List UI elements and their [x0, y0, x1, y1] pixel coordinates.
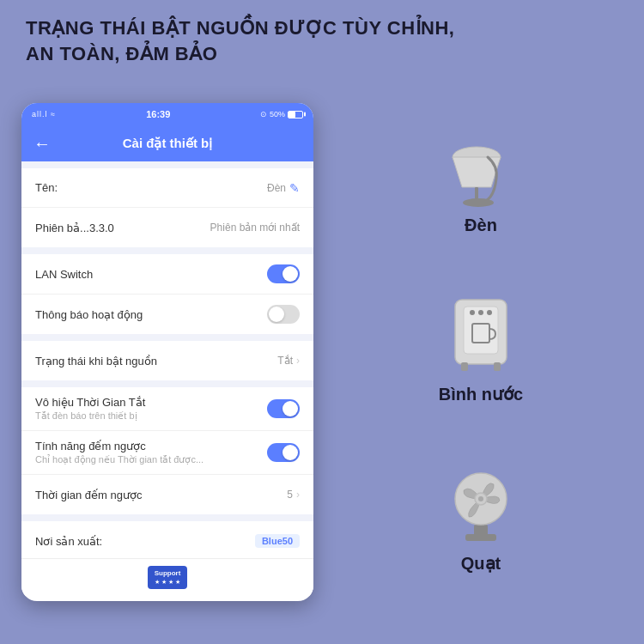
svg-rect-9: [461, 362, 468, 371]
lamp-icon: [438, 131, 524, 209]
header-title: TRẠNG THÁI BẬT NGUỒN ĐƯỢC TÙY CHỈNH, AN …: [26, 15, 618, 66]
section-switches: LAN Switch Thông báo hoạt động: [21, 254, 313, 334]
row-tinh-nang[interactable]: Tính năng đếm ngược Chỉ hoạt động nếu Th…: [21, 431, 313, 475]
label-lan-switch: LAN Switch: [35, 268, 93, 281]
value-trangthai: Tắt ›: [277, 355, 300, 367]
label-phienban: Phiên bả...3.3.0: [35, 222, 114, 234]
row-noisan: Nơi sản xuất: Blue50: [21, 521, 313, 558]
settings-content: Tên: Đèn ✎ Phiên bả...3.3.0 Phiên bản mớ…: [21, 161, 313, 558]
svg-rect-12: [465, 534, 496, 541]
back-button[interactable]: ←: [33, 134, 51, 154]
time-display: 16:39: [146, 109, 170, 119]
toggle-tinhnang[interactable]: [267, 443, 300, 462]
svg-rect-10: [494, 362, 501, 371]
row-vohieu-left: Vô hiệu Thời Gian Tắt Tắt đèn báo trên t…: [35, 396, 145, 422]
section-noisan: Nơi sản xuất: Blue50: [21, 521, 313, 558]
label-den: Đèn: [465, 216, 497, 235]
signal-icon: all.l ≈: [32, 110, 56, 118]
value-thoigian: 5 ›: [287, 489, 300, 501]
label-noisan: Nơi sản xuất:: [35, 535, 102, 548]
edit-icon[interactable]: ✎: [289, 181, 300, 195]
row-phienban: Phiên bả...3.3.0 Phiên bản mới nhất: [21, 208, 313, 247]
badge-blue50: Blue50: [255, 534, 300, 548]
label-thoigian: Thời gian đếm ngược: [35, 489, 143, 501]
value-ten: Đèn ✎: [267, 181, 300, 195]
label-vohieu: Vô hiệu Thời Gian Tắt: [35, 396, 145, 409]
label-binhnuoc: Bình nước: [439, 384, 523, 404]
device-binhnuoc: Bình nước: [439, 291, 523, 404]
support-badge: Support ★ ★ ★ ★: [148, 566, 188, 589]
fan-icon: [438, 460, 524, 546]
row-trangthai[interactable]: Trạng thái khi bật nguồn Tắt ›: [21, 341, 313, 380]
toggle-lan-switch[interactable]: [267, 264, 300, 283]
label-trangthai: Trạng thái khi bật nguồn: [35, 355, 157, 368]
toggle-thongbao[interactable]: [267, 305, 300, 324]
water-heater-icon: [442, 291, 519, 377]
nav-bar: ← Cài đặt thiết bị: [21, 125, 313, 161]
row-thoi-gian[interactable]: Thời gian đếm ngược 5 ›: [21, 475, 313, 514]
row-vohieu[interactable]: Vô hiệu Thời Gian Tắt Tắt đèn báo trên t…: [21, 387, 313, 431]
svg-point-2: [463, 198, 494, 207]
label-thongbao: Thông báo hoạt động: [35, 308, 143, 321]
device-panel: Đèn Bình nước: [335, 103, 627, 601]
chevron-icon-2: ›: [296, 489, 300, 501]
chevron-icon: ›: [296, 355, 300, 367]
label-quat: Quạt: [461, 553, 501, 574]
section-timers: Vô hiệu Thời Gian Tắt Tắt đèn báo trên t…: [21, 387, 313, 514]
svg-point-5: [470, 310, 475, 315]
row-thongbao[interactable]: Thông báo hoạt động: [21, 295, 313, 334]
svg-point-6: [478, 310, 483, 315]
section-trangthai: Trạng thái khi bật nguồn Tắt ›: [21, 341, 313, 380]
device-den: Đèn: [438, 131, 524, 235]
phone-mockup: all.l ≈ 16:39 ⊙ 50% ← Cài đặt thiết bị T…: [21, 103, 313, 601]
value-phienban: Phiên bản mới nhất: [210, 222, 300, 234]
svg-point-7: [487, 310, 492, 315]
row-ten: Tên: Đèn ✎: [21, 168, 313, 208]
row-tinhnang-left: Tính năng đếm ngược Chỉ hoạt động nếu Th…: [35, 440, 204, 465]
status-bar: all.l ≈ 16:39 ⊙ 50%: [21, 103, 313, 125]
nav-title: Cài đặt thiết bị: [63, 136, 272, 151]
label-tinhnang: Tính năng đếm ngược: [35, 440, 204, 453]
sublabel-tinhnang: Chỉ hoạt động nếu Thời gian tắt được...: [35, 454, 204, 465]
phone-footer: Support ★ ★ ★ ★: [21, 558, 313, 596]
row-lan-switch[interactable]: LAN Switch: [21, 254, 313, 295]
battery-display: ⊙ 50%: [260, 110, 303, 118]
battery-icon: [288, 111, 303, 118]
device-quat: Quạt: [438, 460, 524, 574]
sublabel-vohieu: Tắt đèn báo trên thiết bị: [35, 410, 145, 422]
label-ten: Tên:: [35, 181, 58, 194]
section-info: Tên: Đèn ✎ Phiên bả...3.3.0 Phiên bản mớ…: [21, 168, 313, 247]
toggle-vohieu[interactable]: [267, 399, 300, 418]
svg-point-16: [478, 496, 483, 501]
